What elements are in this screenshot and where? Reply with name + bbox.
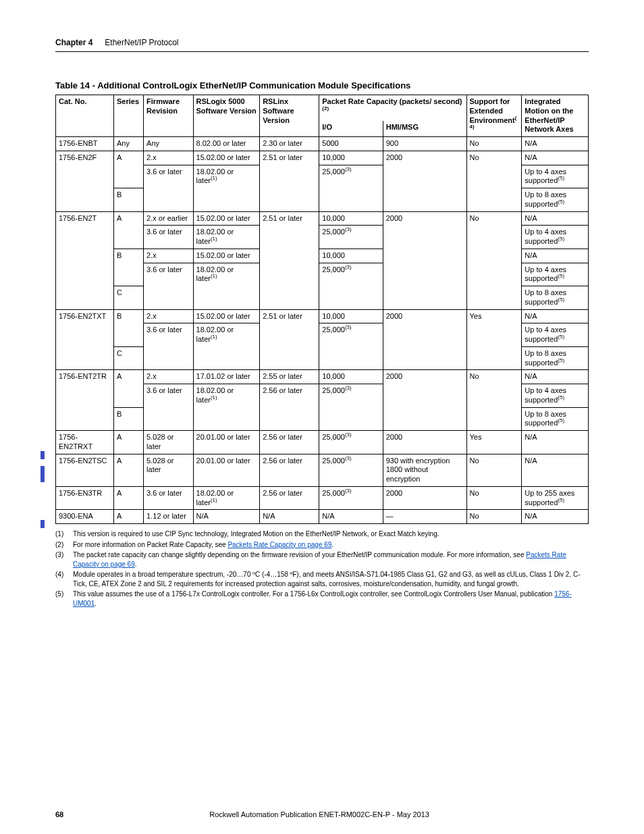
table-cell: A [114, 431, 144, 454]
table-cell: Up to 4 axes supported(5) [522, 226, 589, 249]
table-cell: C [114, 286, 144, 310]
table-cell: Up to 8 axes supported(5) [522, 346, 589, 370]
table-cell: N/A [193, 510, 260, 524]
table-cell: 1756-EN2F [56, 151, 114, 211]
footnote-4: (4) Module operates in a broad temperatu… [55, 570, 589, 588]
table-cell: N/A [522, 510, 589, 524]
table-row: 1756-EN2TSCA5.028 or later20.01.00 or la… [56, 454, 589, 486]
table-cell: A [114, 151, 144, 188]
col-rs5k: RSLogix 5000 Software Version [193, 95, 260, 137]
table-cell: Any [114, 137, 144, 151]
table-cell: Yes [466, 309, 522, 370]
table-row: 1756-EN2TRXTA5.028 or later20.01.00 or l… [56, 431, 589, 454]
table-cell: No [466, 211, 522, 309]
table-cell: — [383, 510, 466, 524]
table-cell: 3.6 or later [144, 165, 193, 211]
table-row: 1756-ENBTAnyAny8.02.00 or later2.30 or l… [56, 137, 589, 151]
footnotes: (1) This version is required to use CIP … [55, 529, 589, 608]
table-cell: 2000 [383, 486, 466, 510]
table-cell: No [466, 370, 522, 431]
table-cell: No [466, 454, 522, 486]
table-cell: 8.02.00 or later [193, 137, 260, 151]
table-cell: N/A [522, 137, 589, 151]
table-cell: B [114, 407, 144, 431]
table-cell: 15.02.00 or later [193, 211, 260, 226]
table-cell: 2.51 or later [260, 309, 319, 370]
section-label: EtherNet/IP Protocol [105, 38, 178, 47]
table-cell: 3.6 or later [144, 263, 193, 309]
chapter-label: Chapter 4 [55, 38, 92, 47]
table-cell: 10,000 [319, 309, 383, 323]
col-cat: Cat. No. [56, 95, 114, 137]
table-cell: 18.02.00 or later(1) [193, 226, 260, 249]
table-cell: 15.02.00 or later [193, 249, 260, 263]
table-body: 1756-ENBTAnyAny8.02.00 or later2.30 or l… [56, 137, 589, 524]
table-cell: 25,000(3) [319, 486, 383, 510]
page: Chapter 4 EtherNet/IP Protocol Table 14 … [0, 0, 644, 834]
table-cell: N/A [522, 309, 589, 323]
table-cell: N/A [522, 211, 589, 226]
table-cell: 2.56 or later [260, 384, 319, 431]
table-cell: 3.6 or later [144, 226, 193, 249]
table-cell: 3.6 or later [144, 486, 193, 510]
col-ext: Support for Extended Environment(4) [466, 95, 522, 137]
table-row: 1756-EN2TA2.x or earlier15.02.00 or late… [56, 211, 589, 226]
table-cell: Yes [466, 431, 522, 454]
table-cell: 1756-ENT2TR [56, 370, 114, 431]
col-io: I/O [319, 121, 383, 136]
table-cell: B [114, 309, 144, 346]
table-cell: B [114, 249, 144, 286]
table-cell: 5000 [319, 137, 383, 151]
publication-id: Rockwell Automation Publication ENET-RM0… [63, 810, 575, 818]
col-series: Series [114, 95, 144, 137]
table-cell: 2.56 or later [260, 431, 319, 454]
table-title: Table 14 - Additional ControlLogix Ether… [55, 80, 589, 90]
footnote-2: (2) For more information on Packet Rate … [55, 540, 589, 550]
table-cell: 2000 [383, 370, 466, 431]
footnote-1: (1) This version is required to use CIP … [55, 529, 589, 539]
table-cell: 17.01.02 or later [193, 370, 260, 384]
table-cell: 2.56 or later [260, 486, 319, 510]
table-cell: A [114, 370, 144, 407]
table-cell: 20.01.00 or later [193, 431, 260, 454]
change-bar [41, 466, 45, 482]
table-row: 1756-EN2FA2.x15.02.00 or later2.51 or la… [56, 151, 589, 165]
table-row: 1756-ENT2TRA2.x17.01.02 or later2.55 or … [56, 370, 589, 384]
table-cell: N/A [522, 454, 589, 486]
table-cell: No [466, 486, 522, 510]
table-cell: 10,000 [319, 211, 383, 226]
table-cell: 25,000(3) [319, 384, 383, 431]
table-cell: 18.02.00 or later(1) [193, 263, 260, 309]
table-cell: 2.x [144, 309, 193, 323]
change-bar [41, 451, 45, 459]
col-packet: Packet Rate Capacity (packets/ second)(2… [319, 95, 466, 122]
table-cell: 25,000(3) [319, 263, 383, 309]
table-cell: 930 with encryption 1800 without encrypt… [383, 454, 466, 486]
table-cell: 10,000 [319, 249, 383, 263]
table-cell: 2000 [383, 431, 466, 454]
footnote-3: (3) The packet rate capacity can change … [55, 550, 589, 569]
table-cell: 2.51 or later [260, 151, 319, 211]
table-cell: 5.028 or later [144, 431, 193, 454]
table-cell: 18.02.00 or later(1) [193, 486, 260, 510]
table-cell: 3.6 or later [144, 323, 193, 370]
table-cell: N/A [522, 431, 589, 454]
table-cell: B [114, 188, 144, 212]
table-cell: 1756-EN2TRXT [56, 431, 114, 454]
table-cell: 2.x [144, 151, 193, 165]
page-number: 68 [55, 810, 63, 818]
table-cell: 25,000(3) [319, 165, 383, 211]
table-cell: 25,000(3) [319, 431, 383, 454]
table-cell: 20.01.00 or later [193, 454, 260, 486]
table-cell: Up to 4 axes supported(5) [522, 323, 589, 347]
table-cell: N/A [522, 249, 589, 263]
table-cell: 5.028 or later [144, 454, 193, 486]
table-cell: C [114, 346, 144, 370]
table-cell: Up to 8 axes supported(5) [522, 188, 589, 212]
footnote-2-link[interactable]: Packets Rate Capacity on page 69 [227, 541, 331, 548]
table-cell: 18.02.00 or later(1) [193, 384, 260, 431]
table-cell: 2.51 or later [260, 211, 319, 309]
table-cell: 1756-EN2TSC [56, 454, 114, 486]
col-hmi: HMI/MSG [383, 121, 466, 136]
table-cell: No [466, 137, 522, 151]
